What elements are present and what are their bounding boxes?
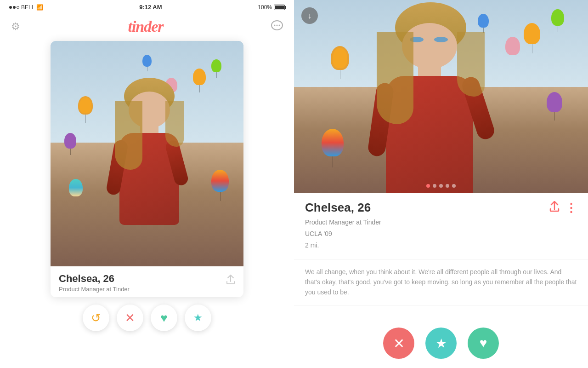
dislike-button[interactable]: ✕	[117, 305, 143, 331]
battery-percent: 100%	[258, 4, 272, 11]
balloon-7	[211, 170, 229, 201]
balloon-8	[69, 179, 83, 204]
photo-dot-3[interactable]	[439, 184, 443, 188]
r-balloon-3	[505, 37, 520, 55]
photo-dots	[426, 184, 456, 188]
large-like-button[interactable]: ♥	[468, 328, 499, 359]
download-button[interactable]: ↓	[301, 7, 318, 24]
right-panel: ↓ Chelsea, 26 ⋮ Product Manager	[294, 0, 588, 368]
status-left: BELL 📶	[9, 4, 43, 11]
large-action-bar: ✕ ★ ♥	[294, 318, 588, 368]
wifi-icon: 📶	[36, 4, 43, 11]
svg-point-3	[279, 25, 280, 26]
signal-dot-2	[13, 6, 16, 9]
bio-text: We all change, when you think about it. …	[305, 267, 577, 298]
large-dislike-icon: ✕	[393, 335, 405, 351]
card-text: Chelsea, 26 Product Manager at Tinder	[59, 273, 130, 293]
like-button[interactable]: ♥	[151, 305, 177, 331]
card-name: Chelsea, 26	[59, 273, 130, 285]
tinder-logo: tinder	[128, 18, 163, 35]
photo-dot-4[interactable]	[446, 184, 449, 188]
card-job: Product Manager at Tinder	[59, 286, 130, 293]
balloon-1	[193, 69, 206, 92]
action-bar: ↺ ✕ ♥ ★	[0, 297, 294, 340]
large-superlike-button[interactable]: ★	[425, 328, 457, 359]
signal-dot-3	[17, 6, 19, 9]
card-share-icon[interactable]	[226, 275, 235, 287]
profile-person	[377, 0, 487, 193]
svg-point-1	[274, 25, 276, 26]
card-photo	[51, 41, 243, 266]
r-balloon-7	[322, 129, 344, 167]
download-icon: ↓	[308, 11, 312, 21]
settings-icon[interactable]: ⚙	[11, 21, 20, 33]
profile-actions: ⋮	[549, 201, 577, 215]
carrier-label: BELL	[21, 4, 34, 11]
photo-dot-1[interactable]	[426, 184, 430, 188]
card-info: Chelsea, 26 Product Manager at Tinder	[51, 266, 243, 297]
rewind-button[interactable]: ↺	[83, 305, 109, 331]
r-balloon-5	[331, 46, 349, 79]
rewind-icon: ↺	[91, 311, 101, 325]
superlike-icon: ★	[193, 312, 203, 324]
photo-dot-2[interactable]	[433, 184, 436, 188]
large-like-icon: ♥	[480, 336, 487, 351]
dislike-icon: ✕	[125, 311, 135, 325]
time-display: 9:12 AM	[139, 4, 162, 11]
like-icon: ♥	[160, 311, 167, 325]
balloon-2	[211, 59, 221, 78]
svg-point-2	[277, 25, 278, 26]
status-bar: BELL 📶 9:12 AM 100%	[0, 0, 294, 14]
profile-job: Product Manager at Tinder	[305, 217, 577, 228]
profile-name: Chelsea, 26	[305, 201, 371, 215]
r-balloon-6	[547, 92, 562, 121]
profile-more-button[interactable]: ⋮	[565, 202, 577, 214]
battery-fill	[275, 6, 284, 9]
large-dislike-button[interactable]: ✕	[383, 328, 414, 359]
balloon-6	[64, 133, 76, 155]
large-superlike-icon: ★	[435, 336, 447, 351]
messages-icon[interactable]	[271, 20, 283, 34]
profile-photo: ↓	[294, 0, 588, 193]
signal-dot-1	[9, 6, 12, 9]
profile-distance: 2 mi.	[305, 240, 577, 251]
r-balloon-2	[551, 9, 564, 32]
profile-school: UCLA '09	[305, 228, 577, 240]
profile-bio: We all change, when you think about it. …	[294, 259, 588, 305]
battery-icon	[274, 5, 285, 10]
status-right: 100%	[258, 4, 285, 11]
person-figure	[110, 73, 188, 266]
balloon-4	[142, 55, 152, 71]
swipe-card[interactable]: Chelsea, 26 Product Manager at Tinder	[51, 41, 243, 297]
profile-photo-scene	[294, 0, 588, 193]
left-panel: BELL 📶 9:12 AM 100% ⚙ tinder	[0, 0, 294, 368]
photo-scene	[51, 41, 243, 266]
profile-share-button[interactable]	[549, 201, 560, 215]
superlike-button[interactable]: ★	[185, 305, 211, 331]
signal-dots	[9, 6, 19, 9]
r-balloon-1	[524, 23, 540, 53]
balloon-5	[78, 96, 93, 123]
profile-details: Chelsea, 26 ⋮ Product Manager at Tinder …	[294, 193, 588, 259]
app-header: ⚙ tinder	[0, 14, 294, 41]
profile-meta: Product Manager at Tinder UCLA '09 2 mi.	[305, 217, 577, 252]
profile-name-row: Chelsea, 26 ⋮	[305, 201, 577, 215]
photo-dot-5[interactable]	[452, 184, 456, 188]
